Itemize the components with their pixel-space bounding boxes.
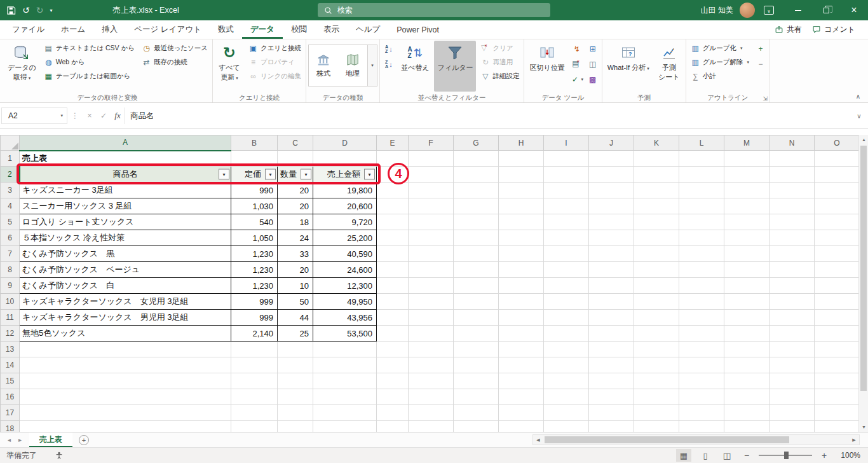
cell-O18[interactable]	[815, 421, 860, 432]
cell-L16[interactable]	[679, 389, 724, 405]
cell-O12[interactable]	[815, 326, 860, 342]
cell-M18[interactable]	[724, 421, 770, 432]
cell-D10[interactable]: 49,950	[313, 294, 377, 310]
from-text-csv-button[interactable]: ▤テキストまたは CSV から	[41, 42, 137, 55]
cell-E4[interactable]	[377, 198, 409, 214]
cell-J4[interactable]	[589, 198, 634, 214]
cell-O2[interactable]	[815, 167, 860, 183]
cell-I18[interactable]	[544, 421, 589, 432]
ribbon-display-options-icon[interactable]: ∨	[764, 6, 774, 15]
cell-N7[interactable]	[770, 246, 815, 262]
vertical-scroll-thumb[interactable]	[860, 146, 867, 391]
customize-qat-caret-icon[interactable]: ▾	[50, 8, 52, 13]
ribbon-tab-データ[interactable]: データ	[242, 20, 283, 39]
cell-A9[interactable]: むくみ予防ソックス 白	[20, 278, 231, 294]
cell-I15[interactable]	[544, 373, 589, 389]
cell-C8[interactable]: 20	[278, 262, 313, 278]
cell-C17[interactable]	[278, 405, 313, 421]
cell-O4[interactable]	[815, 198, 860, 214]
cell-E18[interactable]	[377, 421, 409, 432]
sheet-nav-left-icon[interactable]: ◂	[8, 436, 11, 443]
cell-G14[interactable]	[454, 357, 499, 373]
cell-O6[interactable]	[815, 230, 860, 246]
row-header-17[interactable]: 17	[1, 405, 20, 421]
sort-descending-button[interactable]: ZA↓	[382, 57, 396, 71]
cell-O9[interactable]	[815, 278, 860, 294]
cell-J16[interactable]	[589, 389, 634, 405]
cell-A14[interactable]	[20, 357, 231, 373]
clear-filter-button[interactable]: ▽×クリア	[478, 42, 522, 55]
geography-button[interactable]: 地理	[338, 45, 367, 86]
cell-J2[interactable]	[589, 167, 634, 183]
cell-I2[interactable]	[544, 167, 589, 183]
cell-J3[interactable]	[589, 183, 634, 198]
cell-L15[interactable]	[679, 373, 724, 389]
cell-J9[interactable]	[589, 278, 634, 294]
cell-A17[interactable]	[20, 405, 231, 421]
cell-I11[interactable]	[544, 310, 589, 326]
relationships-button[interactable]: ◫	[586, 57, 600, 71]
cell-B10[interactable]: 999	[231, 294, 278, 310]
name-box-caret-icon[interactable]: ▾	[60, 113, 63, 118]
cell-N12[interactable]	[770, 326, 815, 342]
cell-L7[interactable]	[679, 246, 724, 262]
zoom-slider[interactable]	[759, 451, 812, 460]
formula-bar-splitter[interactable]: ⋮	[67, 111, 83, 120]
ungroup-button[interactable]: ▥グループ解除▾	[688, 56, 752, 69]
cell-H11[interactable]	[499, 310, 544, 326]
cell-F9[interactable]	[409, 278, 454, 294]
cell-D4[interactable]: 20,600	[313, 198, 377, 214]
cell-H6[interactable]	[499, 230, 544, 246]
cell-B3[interactable]: 990	[231, 183, 278, 198]
cell-L12[interactable]	[679, 326, 724, 342]
redo-button[interactable]: ↻	[36, 5, 44, 15]
row-header-6[interactable]: 6	[1, 230, 20, 246]
text-to-columns-button[interactable]: 区切り位置	[526, 41, 567, 92]
cell-E12[interactable]	[377, 326, 409, 342]
cell-M9[interactable]	[724, 278, 770, 294]
cell-J5[interactable]	[589, 214, 634, 230]
cell-D17[interactable]	[313, 405, 377, 421]
cell-F1[interactable]	[409, 151, 454, 167]
cell-C9[interactable]: 10	[278, 278, 313, 294]
cell-M14[interactable]	[724, 357, 770, 373]
cell-G7[interactable]	[454, 246, 499, 262]
refresh-all-button[interactable]: ↻ すべて 更新▾	[215, 41, 244, 92]
cancel-button[interactable]: ×	[83, 108, 97, 123]
cell-D6[interactable]: 25,200	[313, 230, 377, 246]
cell-C13[interactable]	[278, 342, 313, 357]
recent-sources-button[interactable]: ◷最近使ったソース	[139, 42, 210, 55]
subtotal-button[interactable]: ∑小計	[688, 70, 752, 83]
cell-C12[interactable]: 25	[278, 326, 313, 342]
column-header-E[interactable]: E	[377, 135, 409, 151]
normal-view-button[interactable]: ▦	[676, 449, 691, 462]
cell-B12[interactable]: 2,140	[231, 326, 278, 342]
ribbon-tab-Power Pivot[interactable]: Power Pivot	[388, 20, 447, 39]
cell-L9[interactable]	[679, 278, 724, 294]
cell-A4[interactable]: スニーカー用ソックス 3 足組	[20, 198, 231, 214]
row-header-3[interactable]: 3	[1, 183, 20, 198]
formula-bar-expand-icon[interactable]: ∨	[851, 113, 867, 120]
cell-L18[interactable]	[679, 421, 724, 432]
cell-M5[interactable]	[724, 214, 770, 230]
cell-N4[interactable]	[770, 198, 815, 214]
cell-G13[interactable]	[454, 342, 499, 357]
column-header-F[interactable]: F	[409, 135, 454, 151]
cell-E11[interactable]	[377, 310, 409, 326]
cell-N6[interactable]	[770, 230, 815, 246]
column-header-D[interactable]: D	[313, 135, 377, 151]
row-header-13[interactable]: 13	[1, 342, 20, 357]
cell-B13[interactable]	[231, 342, 278, 357]
cell-I10[interactable]	[544, 294, 589, 310]
cell-O17[interactable]	[815, 405, 860, 421]
cell-A18[interactable]	[20, 421, 231, 432]
cell-O1[interactable]	[815, 151, 860, 167]
cell-H14[interactable]	[499, 357, 544, 373]
cell-C5[interactable]: 18	[278, 214, 313, 230]
row-header-12[interactable]: 12	[1, 326, 20, 342]
column-header-H[interactable]: H	[499, 135, 544, 151]
cell-F15[interactable]	[409, 373, 454, 389]
row-header-14[interactable]: 14	[1, 357, 20, 373]
cell-E9[interactable]	[377, 278, 409, 294]
cell-J8[interactable]	[589, 262, 634, 278]
